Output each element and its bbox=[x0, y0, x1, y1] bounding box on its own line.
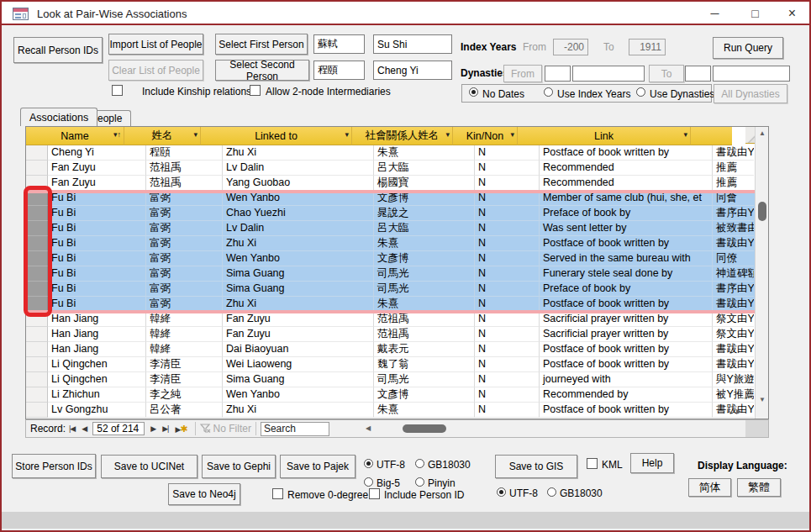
no-filter-button[interactable]: No Filter bbox=[200, 423, 251, 435]
cell-linked[interactable]: Lv Dalin bbox=[223, 221, 374, 236]
cell-linked[interactable]: Zhu Xi bbox=[223, 145, 374, 161]
column-header-linked-to[interactable]: Linked to▾ bbox=[201, 127, 352, 145]
cell-linked[interactable]: Fan Zuyu bbox=[223, 312, 374, 327]
cell-linked_cname[interactable]: 朱熹 bbox=[374, 145, 475, 161]
cell-kin[interactable]: N bbox=[475, 327, 540, 342]
cell-linked_cname[interactable]: 魏了翁 bbox=[374, 357, 475, 372]
cell-name[interactable]: Li Qingchen bbox=[48, 357, 146, 372]
cell-cname[interactable]: 富弼 bbox=[146, 221, 223, 236]
last-record-button[interactable]: ▶| bbox=[159, 424, 171, 433]
cell-link[interactable]: Served in the same bureau with bbox=[540, 251, 713, 266]
cell-cname[interactable]: 富弼 bbox=[146, 206, 223, 221]
close-button[interactable]: × bbox=[773, 2, 811, 25]
cell-linked_cname[interactable]: 朱熹 bbox=[374, 236, 475, 251]
all-dynasties-button[interactable]: All Dynasties bbox=[714, 84, 787, 103]
table-row[interactable]: Cheng Yi程頤Zhu Xi朱熹NPostface of book writ… bbox=[26, 145, 768, 161]
clear-list-button[interactable]: Clear List of People bbox=[108, 60, 203, 81]
cell-name[interactable]: Han Jiang bbox=[48, 327, 146, 342]
cell-cname[interactable]: 范祖禹 bbox=[146, 161, 223, 176]
dynasty-from-code-field[interactable] bbox=[545, 66, 571, 82]
cell-name[interactable]: Fan Zuyu bbox=[48, 161, 146, 176]
record-position[interactable]: 52 of 214 bbox=[92, 422, 145, 435]
cell-kin[interactable]: N bbox=[475, 372, 540, 387]
cell-cname[interactable]: 李清臣 bbox=[146, 357, 223, 372]
select-second-person-button[interactable]: Select Second Person bbox=[215, 60, 309, 81]
store-person-ids-button[interactable]: Store Person IDs bbox=[12, 454, 96, 478]
cell-kin[interactable]: N bbox=[475, 221, 540, 236]
horizontal-scroll-thumb[interactable] bbox=[403, 424, 446, 433]
cell-kin[interactable]: N bbox=[475, 342, 540, 357]
vertical-scroll-thumb[interactable] bbox=[758, 202, 766, 221]
cell-kin[interactable]: N bbox=[475, 236, 540, 251]
cell-link_cname[interactable]: 書跋由Y bbox=[713, 342, 754, 357]
cell-link_cname[interactable]: 推薦 bbox=[713, 176, 754, 191]
run-query-button[interactable]: Run Query bbox=[713, 37, 783, 59]
cell-cname[interactable]: 富弼 bbox=[146, 266, 223, 282]
first-person-cname-field[interactable] bbox=[313, 34, 365, 54]
new-record-button[interactable]: ▶✱ bbox=[171, 424, 190, 435]
cell-name[interactable]: Fu Bi bbox=[48, 236, 146, 251]
cell-name[interactable]: Lv Gongzhu bbox=[48, 403, 146, 418]
cell-link[interactable]: journeyed with bbox=[540, 372, 713, 387]
cell-linked_cname[interactable]: 文彥博 bbox=[374, 251, 475, 266]
cell-linked_cname[interactable]: 晁說之 bbox=[374, 206, 475, 221]
cell-name[interactable]: Han Jiang bbox=[48, 342, 146, 357]
cell-link_cname[interactable]: 與Y旅遊 bbox=[713, 372, 754, 387]
table-row[interactable]: Fan Zuyu范祖禹Lv Dalin呂大臨NRecommended推薦 bbox=[26, 161, 768, 176]
cell-linked_cname[interactable]: 范祖禹 bbox=[374, 327, 475, 342]
table-row[interactable]: Han Jiang韓絳Dai Biaoyuan戴表元NPostface of b… bbox=[26, 342, 768, 357]
cell-linked[interactable]: Wen Yanbo bbox=[223, 387, 374, 403]
cell-link_cname[interactable]: 祭文由Y bbox=[713, 312, 754, 327]
cell-linked[interactable]: Fan Zuyu bbox=[223, 327, 374, 342]
gis-utf8-radio[interactable] bbox=[497, 487, 506, 497]
cell-linked[interactable]: Sima Guang bbox=[223, 266, 374, 282]
save-to-gis-button[interactable]: Save to GIS bbox=[495, 455, 577, 478]
cell-cname[interactable]: 富弼 bbox=[146, 236, 223, 251]
table-row[interactable]: Li Zhichun李之純Wen Yanbo文彥博NRecommended by… bbox=[26, 387, 768, 403]
previous-record-button[interactable]: ◀ bbox=[78, 424, 90, 433]
cell-linked[interactable]: Dai Biaoyuan bbox=[223, 342, 374, 357]
cell-kin[interactable]: N bbox=[475, 312, 540, 327]
cell-link[interactable]: Recommended bbox=[540, 161, 713, 176]
cell-linked[interactable]: Sima Guang bbox=[223, 372, 374, 387]
table-row[interactable]: Fu Bi富弼Lv Dalin呂大臨NWas sent letter by被致書… bbox=[26, 221, 768, 236]
dynasty-to-name-field[interactable] bbox=[713, 66, 790, 82]
cell-cname[interactable]: 呂公著 bbox=[146, 403, 223, 418]
cell-linked_cname[interactable]: 戴表元 bbox=[374, 342, 475, 357]
horizontal-scrollbar[interactable]: ◀ bbox=[364, 422, 747, 436]
cell-linked[interactable]: Chao Yuezhi bbox=[223, 206, 374, 221]
cell-cname[interactable]: 富弼 bbox=[146, 251, 223, 266]
cell-link[interactable]: Postface of book written by bbox=[540, 357, 713, 372]
traditional-chinese-button[interactable]: 繁體 bbox=[737, 478, 781, 497]
cell-linked_cname[interactable]: 呂大臨 bbox=[374, 221, 475, 236]
cell-linked_cname[interactable]: 范祖禹 bbox=[374, 312, 475, 327]
tab-associations[interactable]: Associations bbox=[20, 108, 97, 126]
cell-cname[interactable]: 范祖禹 bbox=[146, 176, 223, 191]
column-header-kin-non[interactable]: Kin/Non▾ bbox=[453, 127, 518, 145]
cell-link_cname[interactable]: 書序由Y bbox=[713, 206, 754, 221]
table-row[interactable]: Li Qingchen李清臣Sima Guang司馬光Njourneyed wi… bbox=[26, 372, 768, 387]
cell-link[interactable]: Postface of book written by bbox=[540, 236, 713, 251]
cell-name[interactable]: Han Jiang bbox=[48, 312, 146, 327]
index-years-to-field[interactable] bbox=[629, 39, 666, 55]
sort-asc-filter-icon[interactable]: ▾↑ bbox=[113, 130, 121, 139]
cell-kin[interactable]: N bbox=[475, 357, 540, 372]
cell-name[interactable]: Fu Bi bbox=[48, 221, 146, 236]
filter-dropdown-icon[interactable]: ▾ bbox=[683, 130, 687, 139]
cell-link_cname[interactable]: 神道碑額 bbox=[713, 266, 754, 282]
cell-link_cname[interactable]: 推薦 bbox=[713, 161, 754, 176]
row-selector[interactable] bbox=[26, 357, 48, 372]
table-row[interactable]: Fu Bi富弼Zhu Xi朱熹NPostface of book written… bbox=[26, 236, 768, 251]
table-row[interactable]: Fu Bi富弼Sima Guang司馬光NPreface of book by書… bbox=[26, 282, 768, 297]
vertical-scrollbar[interactable]: ▲ ▼ bbox=[755, 127, 768, 419]
cell-link_cname[interactable]: 被致書由 bbox=[713, 221, 754, 236]
filter-dropdown-icon[interactable]: ▾ bbox=[510, 130, 514, 139]
no-dates-radio[interactable] bbox=[469, 87, 478, 97]
table-row[interactable]: Fu Bi富弼Chao Yuezhi晁說之NPreface of book by… bbox=[26, 206, 768, 221]
pinyin-radio[interactable] bbox=[415, 477, 424, 487]
cell-linked_cname[interactable]: 司馬光 bbox=[374, 372, 475, 387]
scroll-left-icon[interactable]: ◀ bbox=[366, 424, 371, 432]
next-record-button[interactable]: ▶ bbox=[147, 424, 159, 433]
table-row[interactable]: Han Jiang韓絳Fan Zuyu范祖禹NSacrificial praye… bbox=[26, 327, 768, 342]
minimize-button[interactable]: ─ bbox=[696, 2, 734, 25]
